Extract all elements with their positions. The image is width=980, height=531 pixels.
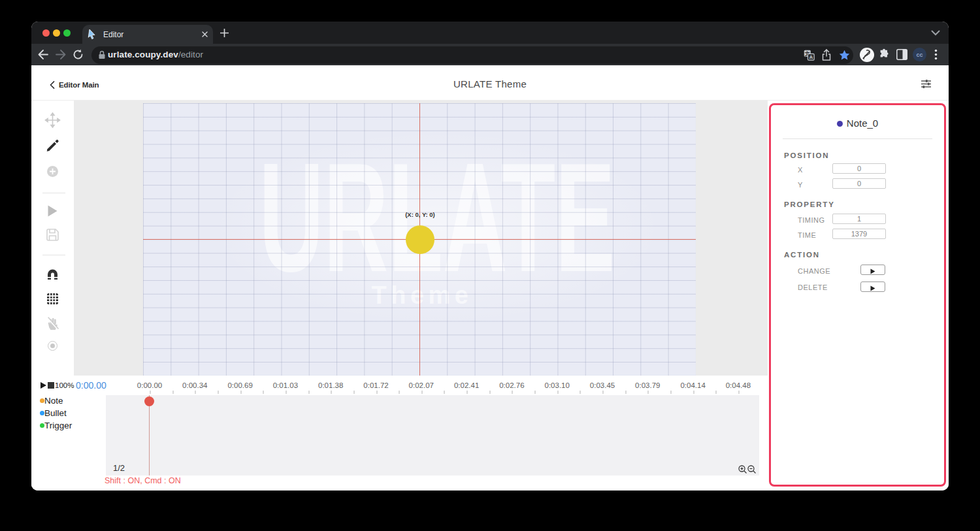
svg-text:cc: cc (916, 52, 923, 58)
svg-text:A: A (809, 54, 813, 60)
